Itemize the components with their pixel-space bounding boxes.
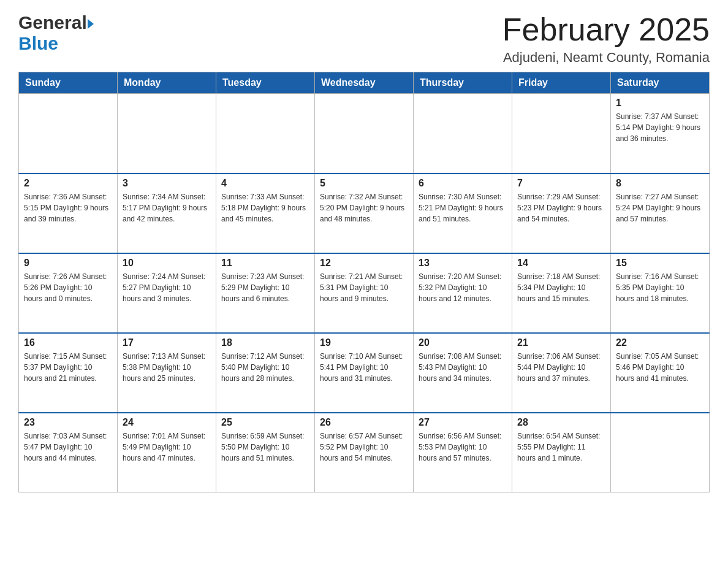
day-info: Sunrise: 7:15 AM Sunset: 5:37 PM Dayligh… — [24, 351, 112, 384]
day-number: 9 — [24, 258, 112, 269]
day-number: 4 — [221, 178, 309, 189]
day-number: 11 — [221, 258, 309, 269]
table-row: 27Sunrise: 6:56 AM Sunset: 5:53 PM Dayli… — [414, 413, 512, 492]
table-row: 24Sunrise: 7:01 AM Sunset: 5:49 PM Dayli… — [118, 413, 216, 492]
header-friday: Friday — [512, 72, 611, 94]
day-number: 17 — [123, 337, 211, 348]
day-info: Sunrise: 7:21 AM Sunset: 5:31 PM Dayligh… — [320, 271, 408, 304]
day-info: Sunrise: 7:32 AM Sunset: 5:20 PM Dayligh… — [320, 191, 408, 224]
table-row — [118, 94, 216, 174]
day-info: Sunrise: 7:30 AM Sunset: 5:21 PM Dayligh… — [419, 191, 507, 224]
day-info: Sunrise: 7:03 AM Sunset: 5:47 PM Dayligh… — [24, 431, 112, 464]
day-number: 21 — [517, 337, 605, 348]
day-info: Sunrise: 7:12 AM Sunset: 5:40 PM Dayligh… — [221, 351, 309, 384]
header-wednesday: Wednesday — [315, 72, 414, 94]
day-number: 18 — [221, 337, 309, 348]
day-info: Sunrise: 7:34 AM Sunset: 5:17 PM Dayligh… — [123, 191, 211, 224]
day-number: 15 — [616, 258, 704, 269]
day-info: Sunrise: 7:33 AM Sunset: 5:18 PM Dayligh… — [221, 191, 309, 224]
table-row: 1Sunrise: 7:37 AM Sunset: 5:14 PM Daylig… — [611, 94, 710, 174]
header-saturday: Saturday — [611, 72, 710, 94]
table-row: 26Sunrise: 6:57 AM Sunset: 5:52 PM Dayli… — [315, 413, 414, 492]
table-row — [216, 94, 315, 174]
day-number: 10 — [123, 258, 211, 269]
table-row — [414, 94, 512, 174]
table-row: 20Sunrise: 7:08 AM Sunset: 5:43 PM Dayli… — [414, 333, 512, 413]
day-number: 7 — [517, 178, 605, 189]
table-row: 2Sunrise: 7:36 AM Sunset: 5:15 PM Daylig… — [19, 174, 118, 253]
day-info: Sunrise: 7:36 AM Sunset: 5:15 PM Dayligh… — [24, 191, 112, 224]
header-thursday: Thursday — [414, 72, 512, 94]
day-number: 14 — [517, 258, 605, 269]
table-row: 21Sunrise: 7:06 AM Sunset: 5:44 PM Dayli… — [512, 333, 611, 413]
table-row: 14Sunrise: 7:18 AM Sunset: 5:34 PM Dayli… — [512, 253, 611, 333]
day-number: 20 — [419, 337, 507, 348]
day-info: Sunrise: 6:57 AM Sunset: 5:52 PM Dayligh… — [320, 431, 408, 464]
table-row: 18Sunrise: 7:12 AM Sunset: 5:40 PM Dayli… — [216, 333, 315, 413]
day-info: Sunrise: 7:18 AM Sunset: 5:34 PM Dayligh… — [517, 271, 605, 304]
day-number: 2 — [24, 178, 112, 189]
day-info: Sunrise: 6:59 AM Sunset: 5:50 PM Dayligh… — [221, 431, 309, 464]
day-number: 26 — [320, 417, 408, 428]
table-row: 17Sunrise: 7:13 AM Sunset: 5:38 PM Dayli… — [118, 333, 216, 413]
header-sunday: Sunday — [19, 72, 118, 94]
day-number: 24 — [123, 417, 211, 428]
table-row: 15Sunrise: 7:16 AM Sunset: 5:35 PM Dayli… — [611, 253, 710, 333]
table-row — [512, 94, 611, 174]
table-row: 16Sunrise: 7:15 AM Sunset: 5:37 PM Dayli… — [19, 333, 118, 413]
table-row: 5Sunrise: 7:32 AM Sunset: 5:20 PM Daylig… — [315, 174, 414, 253]
table-row: 19Sunrise: 7:10 AM Sunset: 5:41 PM Dayli… — [315, 333, 414, 413]
table-row: 11Sunrise: 7:23 AM Sunset: 5:29 PM Dayli… — [216, 253, 315, 333]
day-number: 23 — [24, 417, 112, 428]
day-number: 13 — [419, 258, 507, 269]
day-info: Sunrise: 6:56 AM Sunset: 5:53 PM Dayligh… — [419, 431, 507, 464]
day-info: Sunrise: 7:10 AM Sunset: 5:41 PM Dayligh… — [320, 351, 408, 384]
table-row: 28Sunrise: 6:54 AM Sunset: 5:55 PM Dayli… — [512, 413, 611, 492]
table-row: 22Sunrise: 7:05 AM Sunset: 5:46 PM Dayli… — [611, 333, 710, 413]
table-row: 8Sunrise: 7:27 AM Sunset: 5:24 PM Daylig… — [611, 174, 710, 253]
day-info: Sunrise: 7:01 AM Sunset: 5:49 PM Dayligh… — [123, 431, 211, 464]
title-block: February 2025 Adjudeni, Neamt County, Ro… — [502, 12, 710, 66]
day-number: 8 — [616, 178, 704, 189]
page-header: General Blue February 2025 Adjudeni, Nea… — [18, 12, 710, 66]
day-number: 16 — [24, 337, 112, 348]
table-row: 6Sunrise: 7:30 AM Sunset: 5:21 PM Daylig… — [414, 174, 512, 253]
day-number: 22 — [616, 337, 704, 348]
table-row: 23Sunrise: 7:03 AM Sunset: 5:47 PM Dayli… — [19, 413, 118, 492]
month-title: February 2025 — [502, 12, 710, 47]
day-info: Sunrise: 6:54 AM Sunset: 5:55 PM Dayligh… — [517, 431, 605, 464]
logo: General Blue — [18, 12, 94, 54]
day-number: 28 — [517, 417, 605, 428]
day-info: Sunrise: 7:13 AM Sunset: 5:38 PM Dayligh… — [123, 351, 211, 384]
logo-blue-text: Blue — [18, 33, 58, 53]
logo-general-text: General — [18, 12, 87, 33]
table-row: 25Sunrise: 6:59 AM Sunset: 5:50 PM Dayli… — [216, 413, 315, 492]
day-info: Sunrise: 7:20 AM Sunset: 5:32 PM Dayligh… — [419, 271, 507, 304]
day-info: Sunrise: 7:06 AM Sunset: 5:44 PM Dayligh… — [517, 351, 605, 384]
table-row: 13Sunrise: 7:20 AM Sunset: 5:32 PM Dayli… — [414, 253, 512, 333]
day-number: 1 — [616, 98, 704, 109]
table-row — [315, 94, 414, 174]
table-row: 9Sunrise: 7:26 AM Sunset: 5:26 PM Daylig… — [19, 253, 118, 333]
day-info: Sunrise: 7:37 AM Sunset: 5:14 PM Dayligh… — [616, 111, 704, 144]
logo-arrow-icon — [88, 19, 94, 29]
table-row: 7Sunrise: 7:29 AM Sunset: 5:23 PM Daylig… — [512, 174, 611, 253]
day-number: 27 — [419, 417, 507, 428]
table-row: 4Sunrise: 7:33 AM Sunset: 5:18 PM Daylig… — [216, 174, 315, 253]
table-row: 10Sunrise: 7:24 AM Sunset: 5:27 PM Dayli… — [118, 253, 216, 333]
day-number: 19 — [320, 337, 408, 348]
table-row — [19, 94, 118, 174]
table-row: 3Sunrise: 7:34 AM Sunset: 5:17 PM Daylig… — [118, 174, 216, 253]
weekday-header-row: Sunday Monday Tuesday Wednesday Thursday… — [19, 72, 710, 94]
day-number: 25 — [221, 417, 309, 428]
day-number: 6 — [419, 178, 507, 189]
calendar-table: Sunday Monday Tuesday Wednesday Thursday… — [18, 72, 710, 492]
day-number: 5 — [320, 178, 408, 189]
day-info: Sunrise: 7:29 AM Sunset: 5:23 PM Dayligh… — [517, 191, 605, 224]
table-row: 12Sunrise: 7:21 AM Sunset: 5:31 PM Dayli… — [315, 253, 414, 333]
day-number: 12 — [320, 258, 408, 269]
header-tuesday: Tuesday — [216, 72, 315, 94]
day-number: 3 — [123, 178, 211, 189]
day-info: Sunrise: 7:16 AM Sunset: 5:35 PM Dayligh… — [616, 271, 704, 304]
day-info: Sunrise: 7:08 AM Sunset: 5:43 PM Dayligh… — [419, 351, 507, 384]
